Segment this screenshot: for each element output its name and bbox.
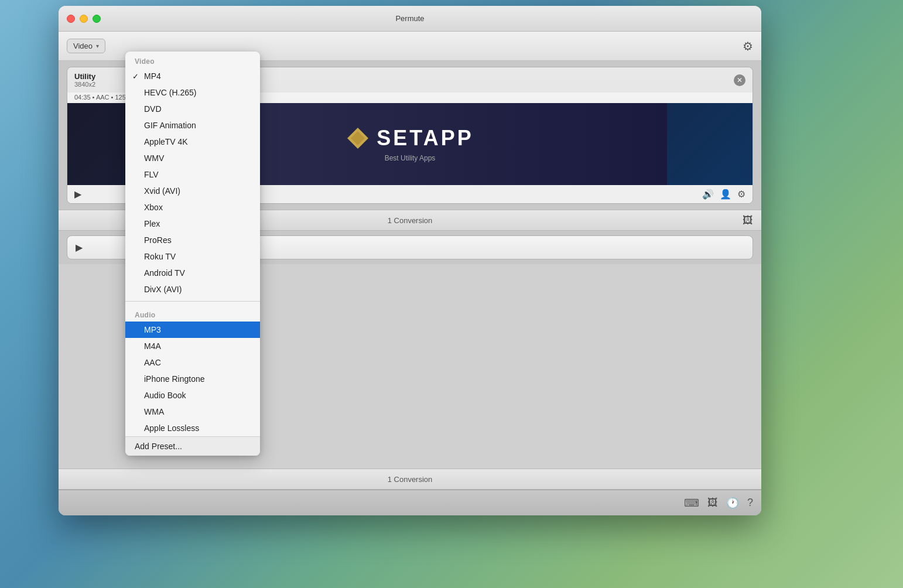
menu-item-androidtv[interactable]: Android TV bbox=[125, 265, 260, 281]
menu-item-divx[interactable]: DivX (AVI) bbox=[125, 281, 260, 298]
minimize-button[interactable] bbox=[80, 15, 88, 23]
play-audio-button[interactable]: ▶ bbox=[76, 242, 83, 253]
add-preset-label: Add Preset... bbox=[135, 442, 182, 451]
menu-item-wmv[interactable]: WMV bbox=[125, 150, 260, 166]
menu-item-gif[interactable]: GIF Animation bbox=[125, 117, 260, 134]
gear-icon[interactable]: ⚙ bbox=[737, 189, 745, 200]
menu-item-applelossless[interactable]: Apple Lossless bbox=[125, 420, 260, 436]
menu-item-mp4[interactable]: MP4 bbox=[125, 68, 260, 84]
chevron-down-icon: ▾ bbox=[96, 43, 99, 49]
menu-item-rokutv[interactable]: Roku TV bbox=[125, 248, 260, 265]
menu-item-dvd[interactable]: DVD bbox=[125, 101, 260, 117]
menu-item-appletv-label: AppleTV 4K bbox=[144, 137, 188, 146]
maximize-button[interactable] bbox=[93, 15, 101, 23]
menu-item-gif-label: GIF Animation bbox=[144, 121, 196, 130]
menu-item-audiobook[interactable]: Audio Book bbox=[125, 387, 260, 404]
export-icon-top[interactable]: 🖼 bbox=[743, 214, 753, 227]
file-subtitle: 3840x2 bbox=[74, 81, 95, 88]
menu-item-aac-label: AAC bbox=[144, 358, 161, 367]
format-dropdown: Video MP4 HEVC (H.265) DVD GIF Animation… bbox=[125, 52, 260, 456]
close-button[interactable] bbox=[67, 15, 75, 23]
menu-item-ringtone[interactable]: iPhone Ringtone bbox=[125, 371, 260, 387]
menu-item-mp3[interactable]: MP3 bbox=[125, 322, 260, 338]
window-title: Permute bbox=[395, 14, 424, 23]
audio-section-header: Audio bbox=[125, 305, 260, 322]
menu-item-xvid[interactable]: Xvid (AVI) bbox=[125, 183, 260, 199]
bottom-bar-icons: ⌨ 🖼 🕐 ? bbox=[684, 497, 753, 510]
setapp-diamond-icon bbox=[346, 127, 370, 150]
menu-item-plex[interactable]: Plex bbox=[125, 216, 260, 232]
menu-item-wma[interactable]: WMA bbox=[125, 404, 260, 420]
person-icon[interactable]: 👤 bbox=[720, 189, 731, 200]
format-selector[interactable]: Video ▾ bbox=[67, 39, 105, 53]
title-bar: Permute bbox=[59, 6, 761, 32]
export-icon-bottom[interactable]: 🖼 bbox=[707, 497, 718, 510]
add-preset-button[interactable]: Add Preset... bbox=[125, 436, 260, 456]
menu-item-prores[interactable]: ProRes bbox=[125, 232, 260, 248]
volume-icon[interactable]: 🔊 bbox=[702, 189, 714, 200]
menu-item-xbox-label: Xbox bbox=[144, 203, 163, 212]
menu-item-androidtv-label: Android TV bbox=[144, 268, 185, 278]
traffic-lights bbox=[67, 15, 101, 23]
menu-item-appletv[interactable]: AppleTV 4K bbox=[125, 134, 260, 150]
conversion-bar-bottom: 1 Conversion bbox=[59, 469, 761, 490]
play-button[interactable]: ▶ bbox=[74, 189, 81, 200]
format-label: Video bbox=[73, 42, 93, 50]
conversion-count-bottom: 1 Conversion bbox=[388, 475, 433, 484]
menu-divider bbox=[125, 301, 260, 302]
menu-item-hevc-label: HEVC (H.265) bbox=[144, 88, 196, 97]
keyboard-icon[interactable]: ⌨ bbox=[684, 497, 699, 510]
menu-item-hevc[interactable]: HEVC (H.265) bbox=[125, 84, 260, 101]
video-section-header: Video bbox=[125, 52, 260, 68]
menu-item-divx-label: DivX (AVI) bbox=[144, 285, 182, 294]
menu-item-mp3-label: MP3 bbox=[144, 325, 161, 334]
setapp-brand-text: SETAPP bbox=[377, 126, 473, 151]
menu-item-wmv-label: WMV bbox=[144, 153, 164, 163]
menu-item-applelossless-label: Apple Lossless bbox=[144, 423, 199, 433]
menu-item-m4a-label: M4A bbox=[144, 341, 161, 351]
file-title: Utility bbox=[74, 72, 95, 81]
settings-icon[interactable]: ⚙ bbox=[743, 39, 753, 53]
menu-item-plex-label: Plex bbox=[144, 219, 160, 228]
close-file-button[interactable]: ✕ bbox=[734, 74, 745, 86]
menu-item-prores-label: ProRes bbox=[144, 235, 172, 245]
menu-item-rokutv-label: Roku TV bbox=[144, 252, 176, 261]
menu-item-mp4-label: MP4 bbox=[144, 71, 161, 81]
menu-item-flv-label: FLV bbox=[144, 170, 159, 179]
conversion-count-top: 1 Conversion bbox=[388, 216, 433, 225]
menu-item-wma-label: WMA bbox=[144, 407, 164, 416]
video-settings-icons: 🔊 👤 ⚙ bbox=[702, 189, 745, 200]
menu-item-xvid-label: Xvid (AVI) bbox=[144, 186, 180, 196]
menu-item-flv[interactable]: FLV bbox=[125, 166, 260, 183]
menu-item-aac[interactable]: AAC bbox=[125, 354, 260, 371]
help-icon[interactable]: ? bbox=[747, 497, 753, 510]
clock-icon[interactable]: 🕐 bbox=[726, 497, 739, 510]
menu-item-xbox[interactable]: Xbox bbox=[125, 199, 260, 216]
setapp-subtitle: Best Utility Apps bbox=[385, 154, 436, 162]
setapp-logo: SETAPP bbox=[346, 126, 473, 151]
menu-item-audiobook-label: Audio Book bbox=[144, 391, 186, 400]
menu-item-ringtone-label: iPhone Ringtone bbox=[144, 374, 205, 384]
menu-item-m4a[interactable]: M4A bbox=[125, 338, 260, 354]
bottom-bar: ⌨ 🖼 🕐 ? bbox=[59, 490, 761, 515]
menu-item-dvd-label: DVD bbox=[144, 104, 162, 114]
